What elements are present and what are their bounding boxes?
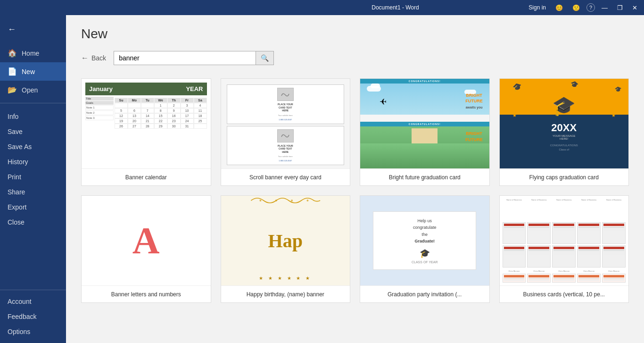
biz-card-4 [577, 222, 601, 244]
template-card-business-cards[interactable]: Name of Business Name of Business Name o… [499, 195, 629, 303]
back-label: Back [91, 54, 106, 62]
main-grad-cap-icon: 🎓 [552, 95, 576, 117]
svg-point-1 [275, 200, 277, 201]
grad-cap-3: 🎓 [615, 86, 622, 93]
party-class-of: CLASS OF YEAR [379, 260, 470, 264]
sidebar-item-share[interactable]: Share [0, 184, 66, 200]
back-link[interactable]: ← Back [81, 54, 106, 62]
template-label-graduation-party: Graduation party invitation (... [360, 285, 489, 302]
sidebar-item-home[interactable]: 🏠 Home [0, 44, 66, 62]
biz-card-1 [503, 222, 526, 244]
biz-card-10 [602, 245, 626, 268]
biz-card-7 [527, 245, 551, 268]
sidebar-mid-items: Info Save Save As History Print Share Ex… [0, 107, 66, 232]
template-thumbnail-scroll-banner: PLACE YOURCARD TEXTHERE Your subtitle he… [221, 79, 350, 168]
hap-stars: ★ ★ ★ ★ ★ ★ [221, 276, 350, 281]
template-grid: January YEAR Title Goals Note 1 Note 2 N… [81, 78, 629, 303]
maximize-button[interactable]: ❐ [614, 3, 626, 12]
congratulations-banner-mid: CONGRATULATIONS! [360, 122, 489, 126]
sidebar-back-button[interactable]: ← [0, 21, 66, 38]
biz-col-header-5: Name of Business [602, 199, 626, 221]
sidebar-item-export[interactable]: Export [0, 200, 66, 215]
back-arrow-icon: ← [81, 54, 89, 62]
search-button[interactable]: 🔍 [256, 51, 273, 65]
sidebar-item-history[interactable]: History [0, 154, 66, 169]
sidebar-item-feedback[interactable]: Feedback [0, 309, 66, 324]
scroll-card-2: PLACE YOURCARD TEXTHERE Your subtitle he… [227, 126, 345, 166]
template-thumbnail-bright-future: ✈ BRIGHTFUTUREawaits you CONGRATULATIONS… [360, 79, 489, 168]
your-message-here: YOUR MESSAGEHERE! [553, 134, 576, 140]
biz-card-8 [552, 245, 576, 268]
scroll-icon-1 [281, 91, 290, 98]
help-icon[interactable]: ? [586, 3, 595, 12]
template-card-banner-letters[interactable]: A Banner letters and numbers [81, 195, 211, 303]
minimize-button[interactable]: — [599, 3, 611, 12]
hap-text: Hap [268, 230, 303, 252]
bright-future-text: BRIGHTFUTUREawaits you [465, 92, 483, 110]
big-letter-a: A [132, 219, 160, 262]
sidebar-item-new[interactable]: 📄 New [0, 62, 66, 81]
grad-cap-2: 🎓 [570, 80, 579, 89]
sidebar-item-print[interactable]: Print [0, 169, 66, 184]
ribbon-svg [221, 196, 350, 205]
template-thumbnail-graduation-party: Help uscongratulatethe Graduate! 🎓 CLASS… [360, 196, 489, 285]
scroll-card-1: PLACE YOURCARD TEXTHERE Your subtitle he… [227, 84, 345, 124]
template-label-flying-caps: Flying caps graduation card [500, 168, 629, 185]
sidebar-bottom: Account Feedback Options [0, 294, 66, 343]
biz-subname-5: Chris Monroe [602, 270, 626, 272]
biz-card-6 [503, 245, 526, 268]
template-thumbnail-happy-birthday: Hap ★ ★ ★ ★ ★ ★ [221, 196, 350, 285]
biz-card-5 [602, 222, 626, 244]
scroll-icon-2 [281, 132, 290, 139]
year-text: 20XX [551, 122, 577, 134]
back-arrow-icon: ← [8, 25, 16, 34]
svg-point-2 [291, 200, 293, 201]
biz-card-14 [577, 274, 601, 283]
sidebar-nav: 🏠 Home 📄 New 📂 Open [0, 44, 66, 99]
biz-col-header-2: Name of Business [527, 199, 551, 221]
template-label-banner-letters: Banner letters and numbers [82, 285, 211, 302]
biz-subname-4: Chris Monroe [577, 270, 601, 272]
sidebar-item-open-label: Open [22, 86, 38, 94]
sidebar-item-new-label: New [22, 68, 35, 75]
sidebar-mid: Info Save Save As History Print Share Ex… [0, 107, 66, 286]
star-2: ★ [611, 113, 616, 118]
sidebar-item-account[interactable]: Account [0, 294, 66, 309]
party-card-text: Help uscongratulatethe Graduate! [379, 218, 470, 245]
party-grad-icon: 🎓 [379, 248, 470, 259]
search-input-wrap: 🔍 [114, 51, 274, 65]
frown-icon[interactable]: 🙁 [570, 3, 583, 12]
sidebar-item-info[interactable]: Info [0, 109, 66, 124]
template-card-banner-calendar[interactable]: January YEAR Title Goals Note 1 Note 2 N… [81, 78, 211, 186]
cal-month: January [89, 85, 113, 92]
sign-in-link[interactable]: Sign in [526, 3, 549, 12]
sidebar-item-save-as[interactable]: Save As [0, 139, 66, 154]
template-label-banner-calendar: Banner calendar [82, 168, 211, 185]
sidebar-divider-2 [0, 290, 66, 290]
sidebar-item-open[interactable]: 📂 Open [0, 81, 66, 99]
template-card-flying-caps[interactable]: 🎓 🎓 🎓 🎓 ★ ★ 20XX CONGRATULATIONSClass of… [499, 78, 629, 186]
search-input[interactable] [114, 51, 256, 65]
sidebar-top: ← [0, 17, 66, 42]
template-card-happy-birthday[interactable]: Hap ★ ★ ★ ★ ★ ★ Happy birthday, (name) b… [221, 195, 351, 303]
grad-thumb: ✈ BRIGHTFUTUREawaits you CONGRATULATIONS… [360, 79, 489, 168]
template-thumbnail-flying-caps: 🎓 🎓 🎓 🎓 ★ ★ 20XX CONGRATULATIONSClass of… [500, 79, 629, 168]
sidebar-item-close[interactable]: Close [0, 215, 66, 230]
template-card-bright-future[interactable]: ✈ BRIGHTFUTUREawaits you CONGRATULATIONS… [360, 78, 490, 186]
smile-icon[interactable]: 😊 [553, 3, 566, 12]
cal-year: YEAR [186, 85, 203, 92]
calendar-thumb: January YEAR Title Goals Note 1 Note 2 N… [82, 79, 211, 168]
template-card-scroll-banner[interactable]: PLACE YOURCARD TEXTHERE Your subtitle he… [221, 78, 351, 186]
svg-point-3 [306, 200, 308, 201]
biz-card-3 [552, 222, 576, 244]
hap-thumb: Hap ★ ★ ★ ★ ★ ★ [221, 196, 350, 285]
sidebar-item-options[interactable]: Options [0, 324, 66, 339]
search-bar: ← Back 🔍 [81, 51, 629, 65]
close-button[interactable]: ✕ [629, 3, 640, 12]
cal-grid: SuMoTuWeThFrSa 1234 567891011 1213141516… [115, 98, 207, 129]
biz-subname-2: Chris Monroe [527, 270, 551, 272]
grad-congratulations-text: CONGRATULATIONSClass of [550, 143, 578, 152]
sidebar-item-save[interactable]: Save [0, 124, 66, 139]
template-card-graduation-party[interactable]: Help uscongratulatethe Graduate! 🎓 CLASS… [360, 195, 490, 303]
biz-col-header-3: Name of Business [552, 199, 576, 221]
